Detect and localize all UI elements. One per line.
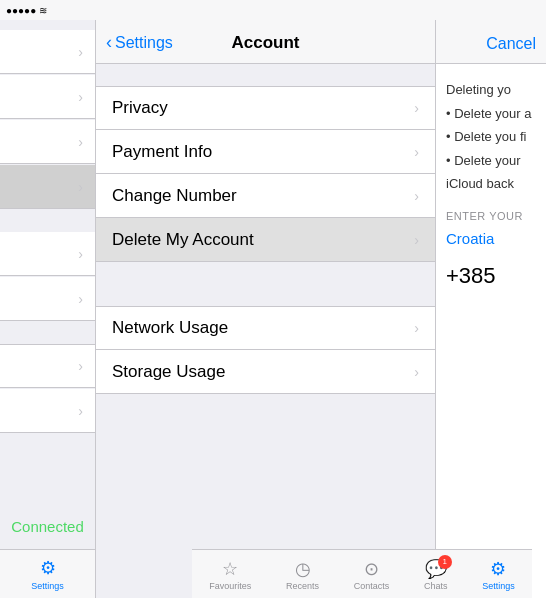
country-label[interactable]: Croatia bbox=[446, 228, 536, 251]
chevron-icon: › bbox=[414, 144, 419, 160]
menu-item-payment[interactable]: Payment Info › bbox=[96, 130, 435, 174]
menu-item-storage-label: Storage Usage bbox=[112, 362, 225, 382]
tab-recents-label: Recents bbox=[286, 581, 319, 591]
tab-settings-label: Settings bbox=[482, 581, 515, 591]
settings-icon: ⚙ bbox=[40, 557, 56, 579]
left-list-item-3[interactable]: › bbox=[0, 120, 95, 164]
menu-item-changenumber-label: Change Number bbox=[112, 186, 237, 206]
chats-icon: 💬 1 bbox=[425, 558, 447, 580]
chevron-icon: › bbox=[414, 364, 419, 380]
enter-your-label: ENTER YOUR bbox=[446, 208, 536, 225]
left-panel: ●●●●● ≋ › › › › › › › › Connected ⚙ bbox=[0, 0, 96, 598]
chevron-icon: › bbox=[414, 232, 419, 248]
left-list-item-7[interactable]: › bbox=[0, 344, 95, 388]
tab-chats-label: Chats bbox=[424, 581, 448, 591]
menu-item-network[interactable]: Network Usage › bbox=[96, 306, 435, 350]
chats-badge: 1 bbox=[438, 555, 452, 569]
connected-status: Connected bbox=[0, 510, 95, 543]
tab-chats[interactable]: 💬 1 Chats bbox=[424, 558, 448, 591]
tab-contacts[interactable]: ⊙ Contacts bbox=[354, 558, 390, 591]
menu-item-delete[interactable]: Delete My Account › bbox=[96, 218, 435, 262]
tab-settings[interactable]: ⚙ Settings bbox=[482, 558, 515, 591]
menu-item-storage[interactable]: Storage Usage › bbox=[96, 350, 435, 394]
left-list-item-8[interactable]: › bbox=[0, 389, 95, 433]
menu-item-network-label: Network Usage bbox=[112, 318, 228, 338]
settings-icon: ⚙ bbox=[490, 558, 506, 580]
right-content: Deleting yo • Delete your a • Delete you… bbox=[436, 64, 546, 308]
phone-code: +385 bbox=[446, 259, 536, 292]
middle-panel: ●●●●● ≋ 09:41 ●●●●● ≋ ▮ ‹ Settings Accou… bbox=[96, 0, 436, 598]
tab-favourites[interactable]: ☆ Favourites bbox=[209, 558, 251, 591]
contacts-icon: ⊙ bbox=[364, 558, 379, 580]
chevron-icon: › bbox=[78, 44, 83, 60]
chevron-icon: › bbox=[78, 291, 83, 307]
left-list-item-4-highlighted[interactable]: › bbox=[0, 165, 95, 209]
chevron-icon: › bbox=[78, 89, 83, 105]
right-status-bar: ●●●●● ≋ bbox=[436, 0, 546, 20]
chevron-icon: › bbox=[414, 320, 419, 336]
menu-item-payment-label: Payment Info bbox=[112, 142, 212, 162]
menu-item-privacy[interactable]: Privacy › bbox=[96, 86, 435, 130]
left-list-item-5[interactable]: › bbox=[0, 232, 95, 276]
page-title: Account bbox=[96, 33, 435, 53]
left-list-item-6[interactable]: › bbox=[0, 277, 95, 321]
menu-item-change-number[interactable]: Change Number › bbox=[96, 174, 435, 218]
bullet-2: • Delete you fi bbox=[446, 127, 536, 147]
right-panel: ●●●●● ≋ Cancel Deleting yo • Delete your… bbox=[436, 0, 546, 598]
chevron-icon: › bbox=[414, 100, 419, 116]
chevron-icon: › bbox=[78, 246, 83, 262]
chevron-icon: › bbox=[78, 358, 83, 374]
left-list-item-1[interactable]: › bbox=[0, 30, 95, 74]
tab-bar: ☆ Favourites ◷ Recents ⊙ Contacts 💬 1 Ch… bbox=[192, 549, 532, 598]
section-gap bbox=[96, 262, 435, 284]
left-tab-bar: ⚙ Settings bbox=[0, 549, 95, 598]
menu-item-privacy-label: Privacy bbox=[112, 98, 168, 118]
deleting-title: Deleting yo bbox=[446, 80, 536, 100]
tab-favourites-label: Favourites bbox=[209, 581, 251, 591]
tab-recents[interactable]: ◷ Recents bbox=[286, 558, 319, 591]
left-list-item-2[interactable]: › bbox=[0, 75, 95, 119]
chevron-icon: › bbox=[78, 134, 83, 150]
left-tab-settings[interactable]: ⚙ Settings bbox=[31, 557, 64, 591]
left-list: › › › › › › › › bbox=[0, 20, 95, 549]
cancel-button[interactable]: Cancel bbox=[486, 35, 536, 53]
right-nav-bar: ●●●●● ≋ Cancel bbox=[436, 0, 546, 64]
bullet-1: • Delete your a bbox=[446, 104, 536, 124]
menu-section-2: Network Usage › Storage Usage › bbox=[96, 306, 435, 394]
chevron-icon: › bbox=[78, 179, 83, 195]
tab-contacts-label: Contacts bbox=[354, 581, 390, 591]
bullet-4: iCloud back bbox=[446, 174, 536, 194]
chevron-icon: › bbox=[78, 403, 83, 419]
recents-icon: ◷ bbox=[295, 558, 311, 580]
chevron-icon: › bbox=[414, 188, 419, 204]
menu-item-delete-label: Delete My Account bbox=[112, 230, 254, 250]
bullet-3: • Delete your bbox=[446, 151, 536, 171]
menu-section-1: Privacy › Payment Info › Change Number ›… bbox=[96, 86, 435, 262]
favourites-icon: ☆ bbox=[222, 558, 238, 580]
